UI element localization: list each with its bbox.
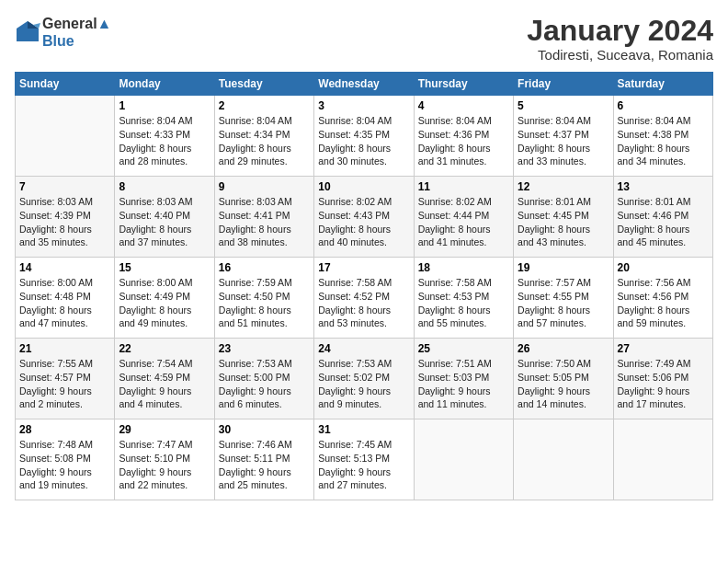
day-number: 1 <box>119 99 210 112</box>
day-detail: Sunrise: 8:03 AM Sunset: 4:40 PM Dayligh… <box>119 195 210 249</box>
calendar-cell <box>514 419 613 500</box>
day-number: 19 <box>518 261 609 274</box>
calendar-cell: 22Sunrise: 7:54 AM Sunset: 4:59 PM Dayli… <box>115 339 214 419</box>
day-detail: Sunrise: 8:04 AM Sunset: 4:38 PM Dayligh… <box>618 114 709 168</box>
day-detail: Sunrise: 7:45 AM Sunset: 5:13 PM Dayligh… <box>318 438 409 492</box>
calendar-cell: 27Sunrise: 7:49 AM Sunset: 5:06 PM Dayli… <box>613 339 712 419</box>
day-number: 27 <box>618 342 709 355</box>
calendar-cell: 15Sunrise: 8:00 AM Sunset: 4:49 PM Dayli… <box>115 258 214 339</box>
weekday-header-row: SundayMondayTuesdayWednesdayThursdayFrid… <box>16 73 713 96</box>
logo-icon <box>15 19 40 45</box>
day-number: 23 <box>219 342 310 355</box>
calendar-cell: 17Sunrise: 7:58 AM Sunset: 4:52 PM Dayli… <box>314 258 414 339</box>
calendar-cell: 25Sunrise: 7:51 AM Sunset: 5:03 PM Dayli… <box>414 339 513 419</box>
location: Todiresti, Suceava, Romania <box>527 47 713 63</box>
calendar-cell: 21Sunrise: 7:55 AM Sunset: 4:57 PM Dayli… <box>16 339 115 419</box>
calendar-week-row: 7Sunrise: 8:03 AM Sunset: 4:39 PM Daylig… <box>16 177 713 258</box>
calendar-cell: 20Sunrise: 7:56 AM Sunset: 4:56 PM Dayli… <box>613 258 712 339</box>
day-detail: Sunrise: 7:59 AM Sunset: 4:50 PM Dayligh… <box>219 276 310 330</box>
day-number: 21 <box>19 342 110 355</box>
calendar-cell <box>414 419 513 500</box>
day-detail: Sunrise: 8:04 AM Sunset: 4:37 PM Dayligh… <box>518 114 609 168</box>
day-number: 25 <box>418 342 509 355</box>
weekday-header-friday: Friday <box>514 73 613 96</box>
weekday-header-tuesday: Tuesday <box>214 73 313 96</box>
day-number: 17 <box>318 261 409 274</box>
day-number: 26 <box>518 342 609 355</box>
day-detail: Sunrise: 7:57 AM Sunset: 4:55 PM Dayligh… <box>518 276 609 330</box>
day-detail: Sunrise: 8:04 AM Sunset: 4:34 PM Dayligh… <box>219 114 310 168</box>
day-detail: Sunrise: 7:50 AM Sunset: 5:05 PM Dayligh… <box>518 357 609 411</box>
day-detail: Sunrise: 7:49 AM Sunset: 5:06 PM Dayligh… <box>618 357 709 411</box>
day-detail: Sunrise: 8:00 AM Sunset: 4:48 PM Dayligh… <box>19 276 110 330</box>
day-detail: Sunrise: 8:01 AM Sunset: 4:45 PM Dayligh… <box>518 195 609 249</box>
day-number: 6 <box>618 99 709 112</box>
weekday-header-wednesday: Wednesday <box>314 73 414 96</box>
calendar-week-row: 1Sunrise: 8:04 AM Sunset: 4:33 PM Daylig… <box>16 96 713 177</box>
day-number: 12 <box>518 180 609 193</box>
day-number: 13 <box>618 180 709 193</box>
day-number: 5 <box>518 99 609 112</box>
calendar-cell: 14Sunrise: 8:00 AM Sunset: 4:48 PM Dayli… <box>16 258 115 339</box>
weekday-header-monday: Monday <box>115 73 214 96</box>
calendar-week-row: 14Sunrise: 8:00 AM Sunset: 4:48 PM Dayli… <box>16 258 713 339</box>
day-detail: Sunrise: 7:48 AM Sunset: 5:08 PM Dayligh… <box>19 438 110 492</box>
day-detail: Sunrise: 8:03 AM Sunset: 4:41 PM Dayligh… <box>219 195 310 249</box>
calendar-cell: 28Sunrise: 7:48 AM Sunset: 5:08 PM Dayli… <box>16 419 115 500</box>
day-number: 4 <box>418 99 509 112</box>
day-detail: Sunrise: 8:01 AM Sunset: 4:46 PM Dayligh… <box>618 195 709 249</box>
calendar-cell: 6Sunrise: 8:04 AM Sunset: 4:38 PM Daylig… <box>613 96 712 177</box>
page-header: General▲ Blue January 2024 Todiresti, Su… <box>15 15 713 63</box>
calendar-cell: 7Sunrise: 8:03 AM Sunset: 4:39 PM Daylig… <box>16 177 115 258</box>
day-detail: Sunrise: 8:04 AM Sunset: 4:33 PM Dayligh… <box>119 114 210 168</box>
day-detail: Sunrise: 7:53 AM Sunset: 5:00 PM Dayligh… <box>219 357 310 411</box>
day-detail: Sunrise: 8:04 AM Sunset: 4:35 PM Dayligh… <box>318 114 409 168</box>
calendar-cell: 4Sunrise: 8:04 AM Sunset: 4:36 PM Daylig… <box>414 96 513 177</box>
day-number: 7 <box>19 180 110 193</box>
calendar-cell: 23Sunrise: 7:53 AM Sunset: 5:00 PM Dayli… <box>214 339 313 419</box>
calendar-table: SundayMondayTuesdayWednesdayThursdayFrid… <box>15 72 713 500</box>
day-number: 9 <box>219 180 310 193</box>
day-number: 2 <box>219 99 310 112</box>
day-number: 3 <box>318 99 409 112</box>
day-detail: Sunrise: 8:02 AM Sunset: 4:44 PM Dayligh… <box>418 195 509 249</box>
weekday-header-sunday: Sunday <box>16 73 115 96</box>
calendar-cell: 19Sunrise: 7:57 AM Sunset: 4:55 PM Dayli… <box>514 258 613 339</box>
calendar-week-row: 21Sunrise: 7:55 AM Sunset: 4:57 PM Dayli… <box>16 339 713 419</box>
day-detail: Sunrise: 7:55 AM Sunset: 4:57 PM Dayligh… <box>19 357 110 411</box>
day-number: 31 <box>318 423 409 436</box>
weekday-header-saturday: Saturday <box>613 73 712 96</box>
day-detail: Sunrise: 7:53 AM Sunset: 5:02 PM Dayligh… <box>318 357 409 411</box>
calendar-cell: 5Sunrise: 8:04 AM Sunset: 4:37 PM Daylig… <box>514 96 613 177</box>
day-number: 15 <box>119 261 210 274</box>
calendar-cell: 31Sunrise: 7:45 AM Sunset: 5:13 PM Dayli… <box>314 419 414 500</box>
calendar-cell: 9Sunrise: 8:03 AM Sunset: 4:41 PM Daylig… <box>214 177 313 258</box>
calendar-cell: 2Sunrise: 8:04 AM Sunset: 4:34 PM Daylig… <box>214 96 313 177</box>
calendar-cell: 11Sunrise: 8:02 AM Sunset: 4:44 PM Dayli… <box>414 177 513 258</box>
calendar-cell: 1Sunrise: 8:04 AM Sunset: 4:33 PM Daylig… <box>115 96 214 177</box>
day-detail: Sunrise: 7:58 AM Sunset: 4:53 PM Dayligh… <box>418 276 509 330</box>
logo-text: General▲ Blue <box>42 15 111 50</box>
calendar-cell <box>613 419 712 500</box>
day-detail: Sunrise: 7:51 AM Sunset: 5:03 PM Dayligh… <box>418 357 509 411</box>
calendar-cell: 29Sunrise: 7:47 AM Sunset: 5:10 PM Dayli… <box>115 419 214 500</box>
day-detail: Sunrise: 8:03 AM Sunset: 4:39 PM Dayligh… <box>19 195 110 249</box>
calendar-cell: 26Sunrise: 7:50 AM Sunset: 5:05 PM Dayli… <box>514 339 613 419</box>
day-detail: Sunrise: 7:58 AM Sunset: 4:52 PM Dayligh… <box>318 276 409 330</box>
logo: General▲ Blue <box>15 15 111 50</box>
day-number: 10 <box>318 180 409 193</box>
day-detail: Sunrise: 7:47 AM Sunset: 5:10 PM Dayligh… <box>119 438 210 492</box>
day-detail: Sunrise: 7:54 AM Sunset: 4:59 PM Dayligh… <box>119 357 210 411</box>
day-number: 28 <box>19 423 110 436</box>
calendar-cell: 10Sunrise: 8:02 AM Sunset: 4:43 PM Dayli… <box>314 177 414 258</box>
day-number: 30 <box>219 423 310 436</box>
calendar-cell: 18Sunrise: 7:58 AM Sunset: 4:53 PM Dayli… <box>414 258 513 339</box>
day-detail: Sunrise: 8:02 AM Sunset: 4:43 PM Dayligh… <box>318 195 409 249</box>
day-number: 8 <box>119 180 210 193</box>
calendar-cell <box>16 96 115 177</box>
calendar-cell: 12Sunrise: 8:01 AM Sunset: 4:45 PM Dayli… <box>514 177 613 258</box>
month-title: January 2024 <box>527 15 713 47</box>
calendar-cell: 16Sunrise: 7:59 AM Sunset: 4:50 PM Dayli… <box>214 258 313 339</box>
day-number: 24 <box>318 342 409 355</box>
title-block: January 2024 Todiresti, Suceava, Romania <box>527 15 713 63</box>
